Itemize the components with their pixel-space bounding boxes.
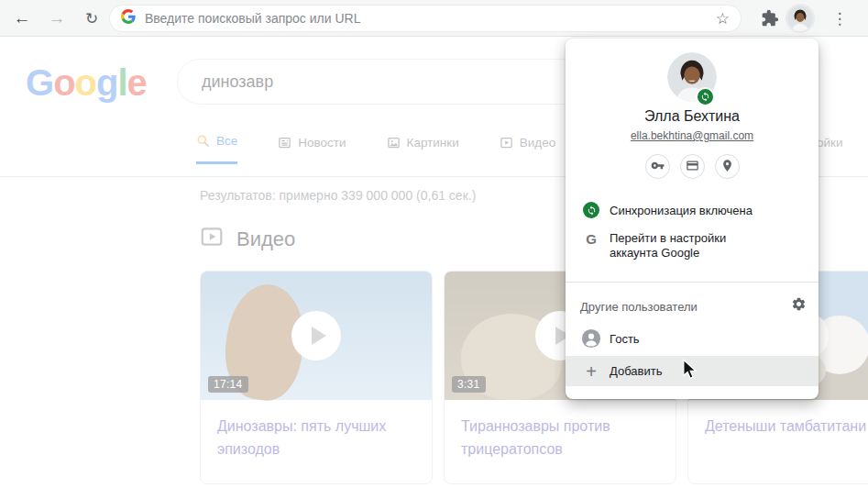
- forward-button[interactable]: →: [42, 0, 71, 37]
- video-icon: [500, 136, 513, 150]
- other-users-label: Другие пользователи: [580, 300, 698, 314]
- addresses-button[interactable]: [715, 154, 740, 179]
- search-input[interactable]: динозавр: [177, 59, 591, 105]
- sync-icon: [581, 202, 601, 218]
- mouse-cursor: [680, 359, 700, 384]
- profile-email-link[interactable]: ella.bekhtina@gmail.com: [566, 129, 819, 142]
- popup-divider: [566, 282, 819, 283]
- tab-images[interactable]: Картинки: [387, 134, 459, 164]
- google-settings-line2: аккаунта Google: [610, 246, 699, 260]
- tab-settings-partial[interactable]: ойки: [817, 136, 843, 150]
- video-card[interactable]: 17:14 Динозавры: пять лучших эпизодов: [200, 271, 433, 484]
- back-button[interactable]: ←: [7, 0, 37, 37]
- tab-news[interactable]: Новости: [278, 134, 346, 164]
- guest-avatar-icon: [581, 328, 601, 349]
- video-section-icon: [200, 225, 224, 254]
- passwords-button[interactable]: [645, 154, 670, 179]
- video-title-link[interactable]: Тираннозавры против трицератопсов: [445, 400, 676, 461]
- video-title-link[interactable]: Динозавры: пять лучших эпизодов: [201, 400, 432, 461]
- google-g-icon: G: [581, 231, 601, 248]
- news-icon: [278, 136, 291, 150]
- key-icon: [651, 159, 665, 175]
- guest-label: Гость: [610, 332, 640, 346]
- tab-all[interactable]: Все: [196, 134, 237, 164]
- manage-users-gear-icon[interactable]: [791, 296, 807, 315]
- back-icon: ←: [14, 8, 31, 28]
- results-tabs: Все Новости Картинки Видео: [196, 134, 555, 164]
- sync-badge-icon: [696, 87, 715, 106]
- address-bar[interactable]: ☆: [110, 6, 741, 31]
- profile-shortcuts: [566, 154, 819, 179]
- video-thumbnail[interactable]: 17:14: [201, 272, 432, 400]
- video-section-title: Видео: [236, 227, 295, 251]
- results-stats: Результатов: примерно 339 000 000 (0,61 …: [200, 188, 476, 203]
- extensions-puzzle-icon[interactable]: [761, 9, 779, 28]
- google-logo[interactable]: Google: [26, 62, 147, 104]
- reload-button[interactable]: ↻: [77, 0, 106, 37]
- sync-status-label: Синхронизация включена: [610, 204, 753, 217]
- video-section-header: Видео: [200, 225, 295, 254]
- play-button-icon[interactable]: [291, 311, 341, 360]
- profile-name: Элла Бехтина: [566, 108, 819, 125]
- reload-icon: ↻: [85, 9, 98, 28]
- video-duration: 3:31: [452, 376, 486, 393]
- credit-card-icon: [686, 159, 699, 175]
- plus-icon: +: [581, 362, 601, 381]
- add-user-label: Добавить: [610, 364, 662, 378]
- sync-status-row[interactable]: Синхронизация включена: [566, 200, 819, 220]
- forward-icon: →: [49, 8, 66, 28]
- bookmark-star-icon[interactable]: ☆: [716, 11, 730, 27]
- video-title-link[interactable]: Детеныши тамбатитани и...: [688, 400, 868, 438]
- location-pin-icon: [720, 159, 734, 175]
- payment-methods-button[interactable]: [680, 154, 705, 179]
- video-duration: 17:14: [208, 376, 248, 393]
- profile-menu-popup: Элла Бехтина ella.bekhtina@gmail.com Син…: [566, 39, 819, 399]
- browser-window: ← → ↻ ☆ ⋮ Google динозавр Все: [0, 0, 868, 488]
- browser-toolbar: ← → ↻ ☆ ⋮: [0, 0, 868, 37]
- google-settings-line1: Перейти в настройки: [610, 231, 726, 245]
- search-icon: [196, 134, 210, 148]
- kebab-menu-icon: ⋮: [832, 9, 848, 28]
- google-favicon-icon: [121, 9, 136, 28]
- profile-avatar-button[interactable]: [787, 6, 813, 31]
- url-input[interactable]: [145, 11, 707, 26]
- search-query: динозавр: [202, 72, 273, 92]
- google-account-settings-row[interactable]: G Перейти в настройки аккаунта Google: [566, 231, 819, 261]
- guest-user-row[interactable]: Гость: [566, 322, 819, 355]
- images-icon: [387, 136, 401, 150]
- tab-video[interactable]: Видео: [500, 134, 555, 164]
- browser-menu-button[interactable]: ⋮: [826, 0, 853, 37]
